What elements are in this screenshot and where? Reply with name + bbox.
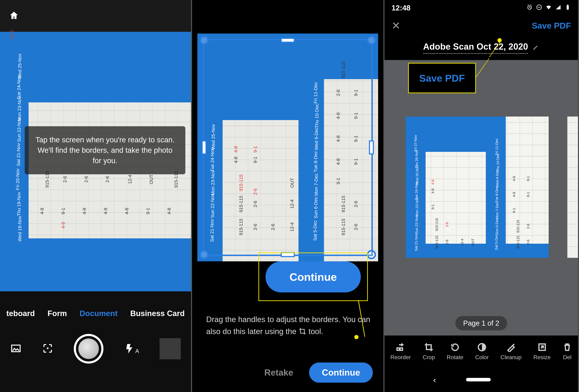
cell: Sun 6-Dec [495,218,499,235]
cell: 9-1 [526,192,530,197]
last-scan-thumbnail[interactable] [160,338,181,359]
tool-delete[interactable]: Del [562,342,572,361]
cell: Fri 11-Dec [495,139,499,155]
tool-color[interactable]: Color [475,342,489,361]
cell: 9-1 [61,208,66,215]
cell: Wed 18-Nov [17,216,23,241]
cell: 915-115 [435,236,439,249]
annotation-highlight-box: Save PDF [408,63,476,93]
crop-hint-text: Drag the handles to adjust the borders. … [206,314,376,337]
flash-icon[interactable]: A [124,343,139,354]
status-icons [526,4,571,12]
retake-button[interactable]: Retake [264,368,293,378]
schedule-footer-band [29,238,191,291]
crop-handle-right[interactable] [369,140,374,155]
cell: 2-6 [526,240,530,245]
hint-text-pre: Drag the handles to adjust the borders. … [206,315,370,336]
svg-rect-7 [397,348,399,350]
cell: 915-115 [516,236,520,249]
edit-toolbar: Reorder Crop Rotate Color Cleanup Resize [384,335,578,367]
schedule-header-band [0,32,29,291]
cell: Sun 22-Nov [415,215,419,234]
cell: 4-8 [431,180,435,185]
crop-preview[interactable]: Sat 21-Nov Sun 22-Nov Mon 23-Nov Tue 24-… [197,34,378,261]
cell: 2-6 [445,222,449,227]
scan-page-thumbnail[interactable]: Sat 21-Nov Sun 22-Nov Mon 23-Nov Tue 24-… [406,117,549,258]
crop-frame[interactable] [203,39,373,256]
tab-whiteboard[interactable]: teboard [6,309,35,318]
cell: 12-4 [127,175,133,184]
annotation-line [475,58,489,78]
cell: Sat 21-Nov [16,143,21,166]
scan-tip-overlay: Tap the screen when you're ready to scan… [25,126,185,174]
top-bar [0,0,191,32]
tool-rotate[interactable]: Rotate [447,342,463,361]
nav-back-icon[interactable]: ‹ [433,375,436,385]
tool-reorder[interactable]: Reorder [390,342,411,361]
close-icon[interactable]: ✕ [392,19,400,32]
crop-handle-tl[interactable] [200,36,209,45]
cell: OUT [471,238,475,246]
tab-business-card[interactable]: Business Card [130,309,185,318]
cell: Wed 25-Nov [17,54,23,79]
dnd-icon [536,4,542,12]
edit-title-icon[interactable] [532,44,539,52]
signal-icon [555,4,561,12]
tool-crop[interactable]: Crop [423,342,435,361]
schedule-header-band [29,32,191,102]
annotation-label: Save PDF [419,73,465,84]
cell: 4-8 [103,208,108,215]
continue-button[interactable]: Continue [309,363,373,383]
scan-page-thumbnail-next[interactable] [567,117,578,258]
crop-footer: Retake Continue [192,353,383,392]
tool-label: Crop [423,354,435,361]
crop-handle-left[interactable] [202,140,207,155]
capture-mode-tabs: teboard Form Document Business Card [0,304,191,323]
bottom-pad [0,371,191,392]
tool-label: Rotate [447,354,463,361]
cell: Mon 23-Nov [17,96,22,121]
tab-document[interactable]: Document [80,309,118,318]
cell: 4-8 [431,188,435,194]
crop-handle-tr[interactable] [367,36,376,45]
svg-rect-6 [567,4,568,5]
cell: 4-8 [82,208,87,215]
cell: 4-8 [166,208,172,215]
shutter-button[interactable] [74,334,103,364]
home-icon[interactable] [9,10,19,21]
cell: OUT [149,174,154,184]
crop-handle-bl[interactable] [200,250,209,259]
crop-handle-br[interactable] [367,250,376,259]
camera-toolbar: ✦ A [0,327,191,371]
gallery-icon[interactable] [10,343,21,355]
screen-review: 12:48 ✕ Save PDF Adobe Scan Oct 22, 2020… [384,0,578,392]
tab-form[interactable]: Form [48,309,67,318]
cell: Tue 24-Nov [16,76,22,99]
crop-handle-bottom[interactable] [281,252,295,257]
cell: 12-5 [9,30,14,39]
cell: 915-115 [435,218,439,231]
save-pdf-button[interactable]: Save PDF [532,21,571,31]
tool-cleanup[interactable]: Cleanup [501,342,521,361]
auto-capture-icon[interactable]: ✦ [42,343,53,355]
cell: Fri 27-Nov [414,135,418,152]
cell: 2-6 [62,176,68,183]
cell: 4-8 [39,208,45,215]
status-bar: 12:48 [384,0,578,16]
cell: 4-8 [61,222,66,229]
cell: 12-4 [460,238,464,246]
status-time: 12:48 [392,4,410,12]
tool-resize[interactable]: Resize [533,342,551,361]
nav-home-pill[interactable] [466,378,491,381]
cell: Sun 22-Nov [16,118,22,142]
hint-text-post: tool. [309,327,323,336]
cell: 9-1 [431,204,435,209]
crop-handle-top[interactable] [281,38,295,43]
continue-button-large[interactable]: Continue [266,261,361,292]
cell: Sat 21-Nov [414,233,418,251]
page-indicator: Page 1 of 2 [455,316,507,330]
cell: 4-8 [124,208,130,215]
android-nav-bar: ‹ [384,367,578,392]
cell: 9-1 [145,208,151,215]
document-title[interactable]: Adobe Scan Oct 22, 2020 [423,42,528,54]
